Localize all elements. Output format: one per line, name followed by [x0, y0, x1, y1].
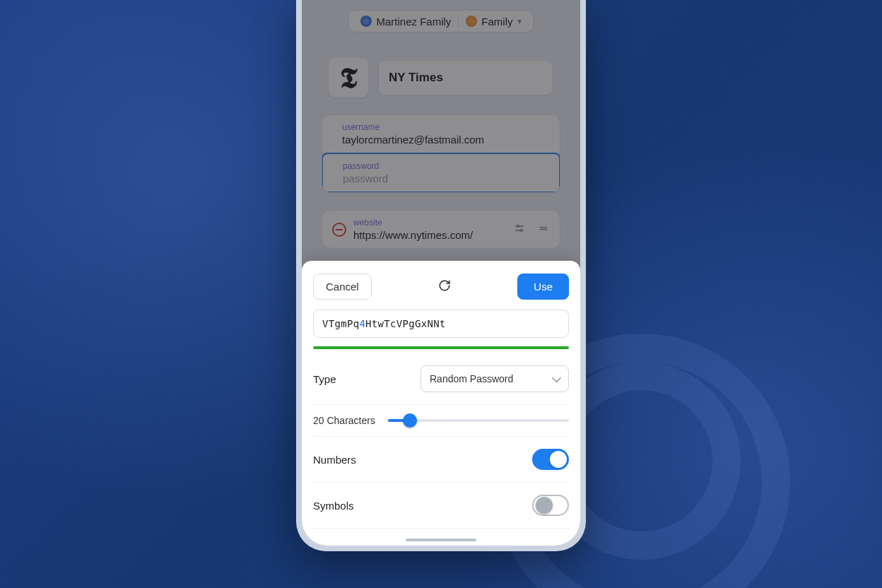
home-indicator	[406, 539, 476, 541]
chevron-down-icon: ▾	[517, 16, 522, 26]
type-label: Type	[313, 373, 336, 385]
credentials-card: username taylorcmartinez@fastmail.com pa…	[322, 114, 560, 193]
vault-selector[interactable]: Martinez Family Family ▾	[348, 10, 533, 33]
item-title-field[interactable]: NY Times	[378, 60, 553, 95]
password-label: password	[343, 161, 539, 171]
strength-meter	[313, 346, 569, 349]
drag-handle-icon[interactable]	[537, 222, 550, 237]
type-select[interactable]: Random Password	[421, 365, 569, 392]
website-card: website https://www.nytimes.com/	[322, 210, 560, 249]
use-button[interactable]: Use	[517, 274, 569, 300]
length-label: 20 Characters	[313, 415, 375, 426]
remove-icon[interactable]	[332, 223, 346, 237]
vault-icon	[360, 16, 372, 27]
slider-thumb[interactable]	[403, 413, 417, 428]
vault-name-secondary: Family	[481, 16, 512, 28]
cancel-button[interactable]: Cancel	[313, 274, 372, 300]
website-row[interactable]: website https://www.nytimes.com/	[322, 211, 560, 248]
website-label: website	[353, 218, 506, 228]
vault-icon	[466, 16, 477, 27]
vault-name-primary: Martinez Family	[376, 16, 451, 28]
symbols-toggle[interactable]	[532, 495, 569, 516]
password-generator-sheet: Cancel Use VTgmPq4HtwTcVPgGxNNt Type Ran…	[302, 261, 580, 546]
password-placeholder: password	[343, 172, 539, 184]
refresh-icon[interactable]	[438, 279, 451, 295]
username-value: taylorcmartinez@fastmail.com	[342, 134, 540, 146]
password-row[interactable]: password password	[322, 153, 560, 193]
generated-password-field[interactable]: VTgmPq4HtwTcVPgGxNNt	[313, 310, 569, 338]
phone-frame: Martinez Family Family ▾ 𝕿 NY Times user…	[296, 0, 586, 551]
numbers-toggle[interactable]	[532, 449, 569, 470]
website-value: https://www.nytimes.com/	[353, 229, 506, 241]
svg-point-3	[520, 229, 522, 231]
svg-point-2	[517, 225, 519, 227]
username-label: username	[342, 122, 540, 132]
settings-icon[interactable]	[513, 222, 526, 237]
site-icon: 𝕿	[329, 58, 368, 98]
numbers-label: Numbers	[313, 454, 356, 466]
username-row[interactable]: username taylorcmartinez@fastmail.com	[322, 115, 560, 153]
symbols-label: Symbols	[313, 500, 354, 512]
length-slider[interactable]	[388, 419, 569, 422]
